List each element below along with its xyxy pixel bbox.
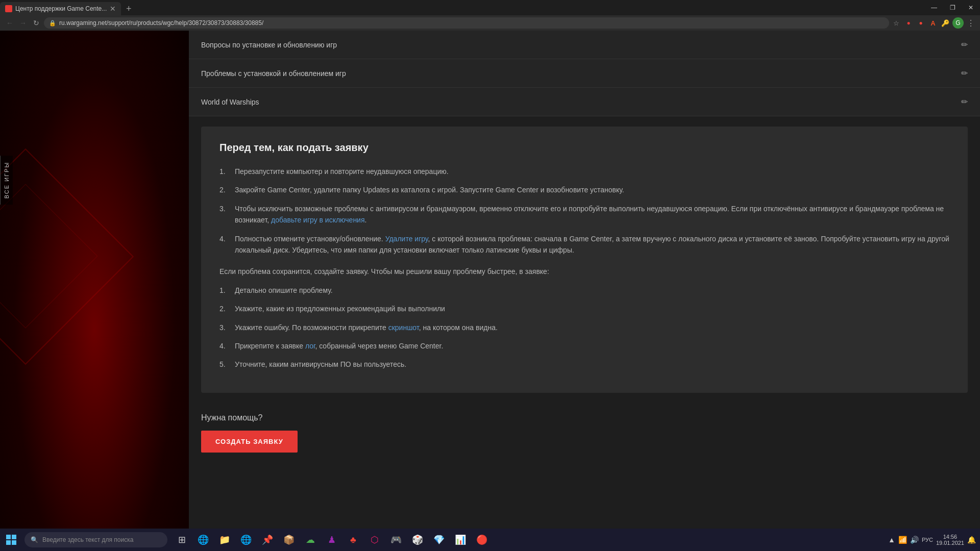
clock-date: 19.01.2021: [936, 540, 964, 546]
chrome-icon[interactable]: 🌐: [236, 529, 256, 551]
step-text: Закройте Game Center, удалите папку Upda…: [235, 184, 624, 195]
taskbar-tray: ▲ 📶 🔊 РУС 14:56 19.01.2021 🔔: [888, 534, 980, 546]
accordion-header-3[interactable]: World of Warships ✏: [189, 88, 980, 116]
steps-list-2: 1. Детально опишите проблему. 2. Укажите…: [219, 285, 949, 370]
pinned-icon-4[interactable]: ♟: [322, 529, 342, 551]
taskbar-clock[interactable]: 14:56 19.01.2021: [936, 534, 964, 546]
explorer-icon[interactable]: 📁: [214, 529, 235, 551]
tray-show-hidden[interactable]: ▲: [888, 536, 895, 544]
pinned-icon-8[interactable]: 🎲: [407, 529, 428, 551]
main-content: Вопросы по установке и обновлению игр ✏ …: [189, 31, 980, 529]
content-box: Перед тем, как подать заявку 1. Перезапу…: [201, 127, 968, 393]
list-item: 5. Уточните, каким антивирусным ПО вы по…: [219, 359, 949, 370]
ssl-lock-icon: 🔒: [49, 20, 56, 27]
uninstall-link[interactable]: Удалите игру: [385, 235, 428, 243]
back-button[interactable]: ←: [4, 17, 15, 29]
left-sidebar: ВСЕ ИГРЫ: [0, 31, 189, 529]
step-num: 2.: [219, 184, 230, 195]
step-num: 3.: [219, 203, 230, 226]
tab-favicon: [5, 5, 12, 12]
step-text: Полностью отмените установку/обновление.…: [235, 233, 949, 256]
tab-close-button[interactable]: ✕: [110, 5, 116, 13]
accordion-item-2: Проблемы с установкой и обновлением игр …: [189, 59, 980, 88]
pinned-icon-10[interactable]: 📊: [450, 529, 471, 551]
step-num: 4.: [219, 233, 230, 256]
edge-icon[interactable]: 🌐: [193, 529, 213, 551]
list-item: 3. Чтобы исключить возможные проблемы с …: [219, 203, 949, 226]
accordion-title-3: World of Warships: [201, 98, 259, 106]
list-item: 4. Полностью отмените установку/обновлен…: [219, 233, 949, 256]
extension1-icon: ●: [903, 18, 914, 28]
pinned-icon-9[interactable]: 💎: [429, 529, 449, 551]
log-link[interactable]: лог: [305, 342, 315, 350]
pinned-icon-11[interactable]: 🔴: [472, 529, 492, 551]
keyboard-language[interactable]: РУС: [922, 537, 933, 543]
step-text: Перезапустите компьютер и повторите неуд…: [235, 166, 449, 177]
step-text: Укажите ошибку. По возможности прикрепит…: [235, 322, 498, 333]
reload-button[interactable]: ↻: [31, 17, 42, 29]
task-view-button[interactable]: ⊞: [172, 529, 192, 551]
screenshot-link[interactable]: скриншот: [388, 323, 419, 332]
accordion-header-1[interactable]: Вопросы по установке и обновлению игр ✏: [189, 31, 980, 59]
new-tab-button[interactable]: +: [121, 2, 136, 15]
exclusion-link[interactable]: добавьте игру в исключения: [271, 216, 364, 224]
step-num: 3.: [219, 322, 230, 333]
accordion-edit-icon-3: ✏: [961, 97, 968, 107]
menu-button[interactable]: ⋮: [966, 18, 976, 28]
pinned-icon-6[interactable]: ⬡: [364, 529, 385, 551]
extension3-icon[interactable]: A: [928, 18, 938, 28]
profile-button[interactable]: G: [952, 17, 964, 29]
step-text: Уточните, каким антивирусным ПО вы польз…: [235, 359, 406, 370]
step-num: 2.: [219, 303, 230, 314]
step-num: 4.: [219, 340, 230, 352]
list-item: 4. Прикрепите к заявке лог, собранный че…: [219, 340, 949, 352]
step-text: Чтобы исключить возможные проблемы с ант…: [235, 203, 949, 226]
list-item: 1. Перезапустите компьютер и повторите н…: [219, 166, 949, 177]
accordion-title-1: Вопросы по установке и обновлению игр: [201, 41, 337, 49]
taskbar-search-placeholder: Введите здесь текст для поиска: [42, 536, 133, 543]
step-num: 1.: [219, 166, 230, 177]
content-heading: Перед тем, как подать заявку: [219, 142, 949, 154]
taskbar: 🔍 Введите здесь текст для поиска ⊞ 🌐 📁 🌐…: [0, 529, 980, 551]
list-item: 1. Детально опишите проблему.: [219, 285, 949, 296]
sidebar-label[interactable]: ВСЕ ИГРЫ: [0, 156, 13, 205]
windows-logo-icon: [6, 535, 16, 545]
forward-button[interactable]: →: [17, 17, 29, 29]
pinned-icon-1[interactable]: 📌: [257, 529, 278, 551]
list-item: 3. Укажите ошибку. По возможности прикре…: [219, 322, 949, 333]
taskbar-search-box[interactable]: 🔍 Введите здесь текст для поиска: [24, 532, 167, 547]
pinned-icon-3[interactable]: ☁: [300, 529, 321, 551]
accordion-title-2: Проблемы с установкой и обновлением игр: [201, 69, 346, 78]
accordion-header-2[interactable]: Проблемы с установкой и обновлением игр …: [189, 59, 980, 87]
step-text: Детально опишите проблему.: [235, 285, 333, 296]
step-text: Прикрепите к заявке лог, собранный через…: [235, 340, 443, 352]
clock-time: 14:56: [943, 534, 958, 540]
taskbar-icons: ⊞ 🌐 📁 🌐 📌 📦 ☁ ♟ ♣ ⬡ 🎮 🎲 💎 📊 🔴: [172, 529, 492, 551]
restore-button[interactable]: ❐: [943, 0, 962, 15]
tab-title: Центр поддержки Game Cente...: [15, 5, 107, 12]
close-button[interactable]: ✕: [962, 0, 980, 15]
step-text: Укажите, какие из предложенных рекоменда…: [235, 303, 445, 314]
pinned-icon-5[interactable]: ♣: [343, 529, 363, 551]
browser-tab[interactable]: Центр поддержки Game Cente... ✕: [0, 2, 121, 15]
address-bar[interactable]: 🔒 ru.wargaming.net/support/ru/products/w…: [44, 17, 889, 29]
create-request-button[interactable]: СОЗДАТЬ ЗАЯВКУ: [201, 431, 298, 453]
list-item: 2. Укажите, какие из предложенных рекоме…: [219, 303, 949, 314]
help-section: Нужна помощь? СОЗДАТЬ ЗАЯВКУ: [189, 403, 980, 468]
tray-network-icon[interactable]: 📶: [898, 536, 907, 544]
url-text: ru.wargaming.net/support/ru/products/wgc…: [59, 19, 263, 27]
intro-paragraph: Если проблема сохранится, создайте заявк…: [219, 266, 949, 277]
bookmark-button[interactable]: ☆: [891, 18, 901, 28]
tray-volume-icon[interactable]: 🔊: [910, 536, 919, 544]
pinned-icon-7[interactable]: 🎮: [386, 529, 406, 551]
pinned-icon-2[interactable]: 📦: [279, 529, 299, 551]
notification-button[interactable]: 🔔: [967, 536, 976, 544]
list-item: 2. Закройте Game Center, удалите папку U…: [219, 184, 949, 195]
start-button[interactable]: [0, 529, 22, 551]
steps-list-1: 1. Перезапустите компьютер и повторите н…: [219, 166, 949, 256]
accordion-item-3: World of Warships ✏: [189, 88, 980, 116]
taskbar-search-icon: 🔍: [31, 536, 38, 543]
extension4-icon[interactable]: 🔑: [940, 18, 950, 28]
step-num: 5.: [219, 359, 230, 370]
minimize-button[interactable]: —: [925, 0, 943, 15]
